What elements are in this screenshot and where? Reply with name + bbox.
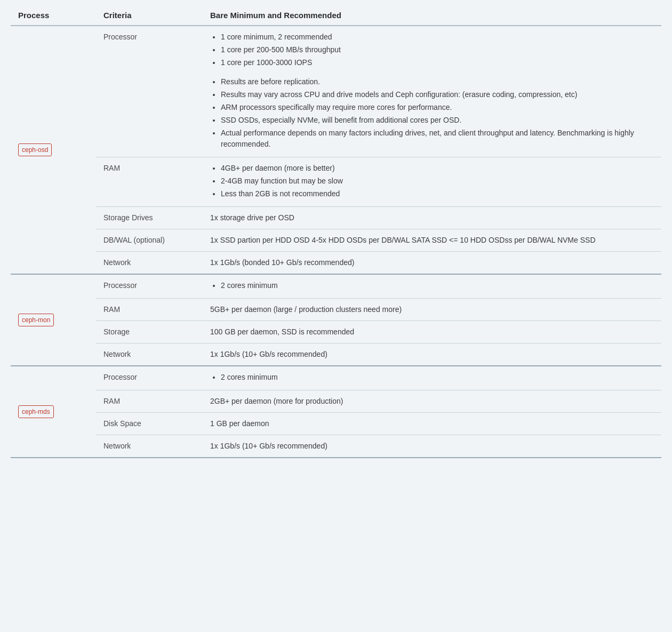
col-header-requirements: Bare Minimum and Recommended bbox=[203, 5, 661, 26]
content-cell: 1x 1Gb/s (10+ Gb/s recommended) bbox=[203, 343, 661, 366]
list-item: 4GB+ per daemon (more is better) bbox=[221, 163, 654, 174]
list-item: Results are before replication. bbox=[221, 76, 654, 87]
list-item: ARM processors specifically may require … bbox=[221, 102, 654, 113]
criteria-cell: DB/WAL (optional) bbox=[96, 229, 203, 252]
process-cell-ceph-mds: ceph-mds bbox=[11, 366, 96, 458]
list-item: 1 core per 1000-3000 IOPS bbox=[221, 57, 654, 68]
criteria-cell: Processor bbox=[96, 274, 203, 299]
content-cell: 100 GB per daemon, SSD is recommended bbox=[203, 321, 661, 343]
list-item: 2-4GB may function but may be slow bbox=[221, 175, 654, 187]
process-label-ceph-mon: ceph-mon bbox=[18, 314, 54, 326]
process-cell-ceph-mon: ceph-mon bbox=[11, 274, 96, 366]
content-cell: 2 cores minimum bbox=[203, 366, 661, 390]
content-cell: 5GB+ per daemon (large / production clus… bbox=[203, 299, 661, 321]
criteria-cell: RAM bbox=[96, 390, 203, 413]
process-label-ceph-osd: ceph-osd bbox=[18, 143, 52, 156]
criteria-cell: Network bbox=[96, 435, 203, 458]
content-cell: 2 cores minimum bbox=[203, 274, 661, 299]
process-cell-ceph-osd: ceph-osd bbox=[11, 26, 96, 274]
content-cell: 1x 1Gb/s (10+ Gb/s recommended) bbox=[203, 435, 661, 458]
criteria-cell: Processor bbox=[96, 366, 203, 390]
process-label-ceph-mds: ceph-mds bbox=[18, 405, 54, 418]
content-cell: 4GB+ per daemon (more is better)2-4GB ma… bbox=[203, 157, 661, 207]
list-item: 2 cores minimum bbox=[221, 372, 654, 383]
criteria-cell: Storage bbox=[96, 321, 203, 343]
list-item: 1 core minimum, 2 recommended bbox=[221, 31, 654, 43]
list-item: Less than 2GB is not recommended bbox=[221, 188, 654, 199]
criteria-cell: Network bbox=[96, 343, 203, 366]
list-item: Actual performance depends on many facto… bbox=[221, 127, 654, 150]
criteria-cell: Network bbox=[96, 252, 203, 275]
criteria-cell: RAM bbox=[96, 157, 203, 207]
content-cell: 1 GB per daemon bbox=[203, 413, 661, 435]
content-cell: 1x storage drive per OSD bbox=[203, 207, 661, 229]
list-item: Results may vary across CPU and drive mo… bbox=[221, 89, 654, 100]
list-item: 1 core per 200-500 MB/s throughput bbox=[221, 44, 654, 55]
list-item: 2 cores minimum bbox=[221, 280, 654, 291]
col-header-criteria: Criteria bbox=[96, 5, 203, 26]
criteria-cell: RAM bbox=[96, 299, 203, 321]
criteria-cell: Disk Space bbox=[96, 413, 203, 435]
content-cell: 1x 1Gb/s (bonded 10+ Gb/s recommended) bbox=[203, 252, 661, 275]
col-header-process: Process bbox=[11, 5, 96, 26]
table-container: Process Criteria Bare Minimum and Recomm… bbox=[0, 0, 672, 632]
content-cell: 1x SSD partion per HDD OSD 4-5x HDD OSDs… bbox=[203, 229, 661, 252]
criteria-cell: Processor bbox=[96, 26, 203, 157]
content-cell: 2GB+ per daemon (more for production) bbox=[203, 390, 661, 413]
list-item: SSD OSDs, especially NVMe, will benefit … bbox=[221, 115, 654, 126]
criteria-cell: Storage Drives bbox=[96, 207, 203, 229]
content-cell: 1 core minimum, 2 recommended1 core per … bbox=[203, 26, 661, 157]
requirements-table: Process Criteria Bare Minimum and Recomm… bbox=[11, 5, 661, 458]
